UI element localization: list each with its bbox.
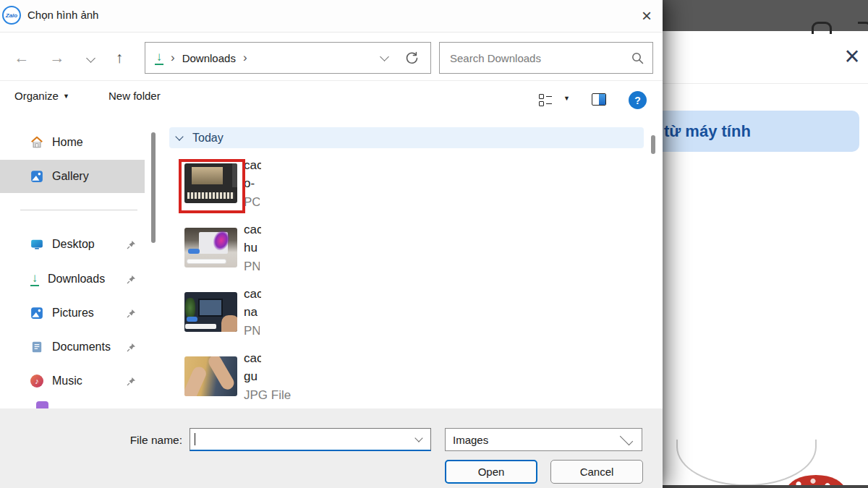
- open-button[interactable]: Open: [445, 460, 537, 484]
- home-icon: [30, 136, 43, 149]
- pin-icon: [127, 240, 136, 249]
- organize-menu[interactable]: Organize ▼: [14, 90, 69, 102]
- file-thumbnail: [184, 292, 237, 332]
- zalo-app-icon: Zalo: [2, 6, 21, 25]
- file-thumbnail: [184, 356, 237, 396]
- upload-from-computer-button[interactable]: từ máy tính: [652, 111, 859, 152]
- sidebar-item-pictures[interactable]: Pictures: [0, 296, 145, 330]
- group-label: Today: [192, 132, 224, 145]
- caret-down-icon: ▼: [63, 93, 69, 100]
- dialog-title: Chọn hình ảnh: [27, 9, 98, 21]
- group-header-today[interactable]: Today: [169, 127, 644, 148]
- open-file-dialog: Zalo Chọn hình ảnh × ← → ↑ ↓ › Downloads…: [0, 0, 663, 488]
- chevron-down-icon: [175, 132, 183, 140]
- videos-icon-partial: [36, 401, 48, 408]
- sidebar-item-home[interactable]: Home: [0, 126, 145, 159]
- file-item-4[interactable]: cac gu JPG File: [166, 346, 644, 411]
- desktop-icon: [30, 238, 43, 251]
- view-mode-caret[interactable]: ▼: [563, 95, 570, 102]
- file-thumbnail: [184, 228, 237, 267]
- file-name-input[interactable]: [195, 433, 416, 445]
- sidebar-label: Documents: [52, 341, 111, 354]
- chevron-down-icon: [620, 432, 633, 445]
- file-item-3[interactable]: cac na PN: [166, 282, 644, 346]
- dialog-titlebar: [0, 0, 663, 33]
- clipped-icon-fragment: [858, 22, 868, 34]
- downloads-location-icon: ↓: [155, 51, 163, 65]
- gallery-icon: [30, 170, 43, 183]
- organize-label: Organize: [14, 90, 59, 102]
- breadcrumb-separator: ›: [236, 51, 255, 65]
- refresh-icon[interactable]: [405, 51, 419, 65]
- sidebar-label: Downloads: [48, 273, 105, 286]
- pin-icon: [127, 377, 136, 386]
- file-list-scrollbar[interactable]: [651, 135, 655, 154]
- downloads-icon: ↓: [30, 272, 39, 286]
- sidebar-label: Pictures: [52, 307, 94, 320]
- file-type-value: Images: [446, 434, 488, 446]
- file-text: cac na PN: [244, 285, 261, 340]
- sidebar-label: Gallery: [52, 170, 89, 183]
- documents-icon: [30, 341, 43, 354]
- sidebar-label: Home: [52, 136, 83, 149]
- sidebar-scrollbar[interactable]: [151, 132, 156, 243]
- pictures-icon: [30, 307, 43, 320]
- forward-button[interactable]: →: [45, 46, 69, 70]
- sidebar-item-documents[interactable]: Documents: [0, 330, 145, 364]
- chevron-down-icon: [86, 53, 95, 63]
- pin-icon: [127, 343, 136, 352]
- breadcrumb-separator: ›: [163, 51, 182, 65]
- search-icon: [631, 52, 644, 64]
- dialog-close-icon[interactable]: ×: [632, 1, 661, 30]
- modal-divider: [663, 83, 868, 84]
- file-name-field: [190, 428, 431, 451]
- search-input[interactable]: [448, 51, 631, 65]
- sidebar-label: Desktop: [52, 238, 95, 251]
- sidebar-item-music[interactable]: ♪ Music: [0, 364, 145, 398]
- modal-close-icon[interactable]: ×: [838, 42, 867, 71]
- pin-icon: [127, 275, 136, 284]
- background-app-strip: [663, 0, 868, 31]
- preview-pane-icon[interactable]: [592, 93, 606, 106]
- sidebar-item-desktop[interactable]: Desktop: [0, 228, 145, 261]
- caret-down-icon: ▼: [563, 95, 570, 102]
- new-folder-label: New folder: [109, 90, 161, 102]
- clipped-icon-fragment: [812, 22, 832, 34]
- address-dropdown-chevron-icon[interactable]: [380, 52, 389, 61]
- cancel-button[interactable]: Cancel: [550, 460, 643, 484]
- zalo-upload-modal: [663, 31, 868, 485]
- file-text: cac gu JPG File: [244, 349, 291, 404]
- new-folder-button[interactable]: New folder: [109, 90, 161, 102]
- search-box: [439, 42, 653, 74]
- up-button[interactable]: ↑: [107, 46, 132, 70]
- recent-locations-chevron[interactable]: [78, 46, 103, 70]
- file-type-select[interactable]: Images: [445, 428, 642, 451]
- sidebar-separator: [20, 210, 137, 210]
- pin-icon: [127, 309, 136, 318]
- breadcrumb-downloads[interactable]: Downloads: [182, 52, 236, 64]
- file-text: cac o- PC: [244, 156, 261, 211]
- annotation-red-box: [179, 159, 245, 213]
- file-item-2[interactable]: cac hu PN: [166, 218, 644, 282]
- sidebar-item-downloads[interactable]: ↓ Downloads: [0, 262, 145, 296]
- view-mode-icon[interactable]: [539, 94, 555, 106]
- file-name-label: File name:: [101, 434, 182, 447]
- back-button[interactable]: ←: [9, 46, 34, 70]
- sidebar-item-gallery[interactable]: Gallery: [0, 160, 145, 193]
- background-bottom-strip: [663, 485, 868, 488]
- sidebar-label: Music: [52, 374, 82, 388]
- address-bar[interactable]: ↓ › Downloads ›: [145, 42, 431, 74]
- screenshot-root: × từ máy tính Zalo Chọn hình ảnh × ← → ↑…: [0, 0, 868, 488]
- chevron-down-icon[interactable]: [414, 434, 422, 442]
- music-icon: ♪: [30, 374, 43, 388]
- help-icon[interactable]: ?: [629, 91, 647, 109]
- file-text: cac hu PN: [244, 221, 261, 275]
